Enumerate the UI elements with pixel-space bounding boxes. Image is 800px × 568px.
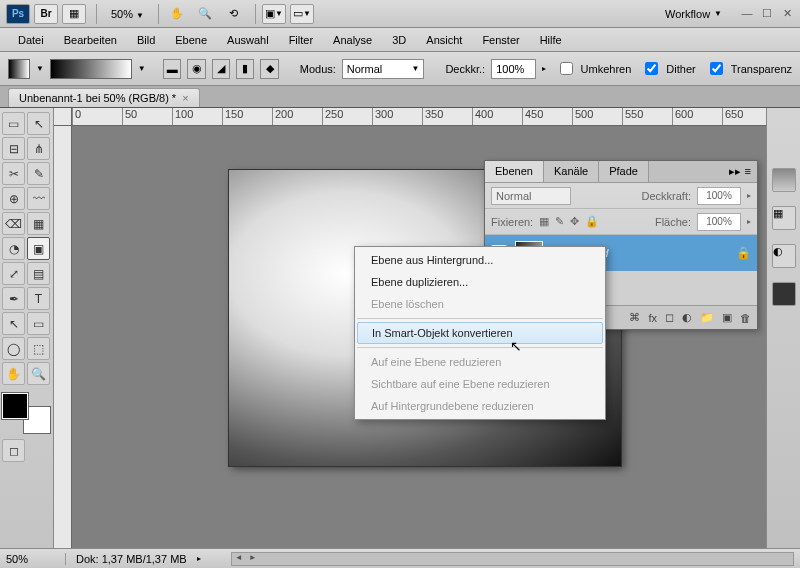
ctx-duplicate-layer[interactable]: Ebene duplizieren... [355, 271, 605, 293]
hand-tool-shortcut[interactable]: ✋ [165, 4, 189, 24]
lock-position-icon[interactable]: ✥ [570, 215, 579, 228]
tool-eyedropper[interactable]: ✎ [27, 162, 50, 185]
menu-ansicht[interactable]: Ansicht [416, 30, 472, 50]
layer-fill-input[interactable]: 100% [697, 213, 741, 231]
bridge-icon[interactable]: Br [34, 4, 58, 24]
tool-zoom[interactable]: 🔍 [27, 362, 50, 385]
lock-pixels-icon[interactable]: ✎ [555, 215, 564, 228]
tool-3d-camera[interactable]: ⬚ [27, 337, 50, 360]
tool-lasso[interactable]: ⊟ [2, 137, 25, 160]
close-button[interactable]: ✕ [780, 7, 794, 20]
lock-transparency-icon[interactable]: ▦ [539, 215, 549, 228]
dock-swatches-icon[interactable]: ▦ [772, 206, 796, 230]
dither-checkbox[interactable] [645, 62, 658, 75]
dither-label: Dither [666, 63, 695, 75]
tool-path-select[interactable]: ↖ [2, 312, 25, 335]
opacity-label: Deckkr.: [445, 63, 485, 75]
document-tab[interactable]: Unbenannt-1 bei 50% (RGB/8) * × [8, 88, 200, 107]
tool-shape[interactable]: ▭ [27, 312, 50, 335]
tool-gradient[interactable]: ▣ [27, 237, 50, 260]
tool-hand[interactable]: ✋ [2, 362, 25, 385]
workspace-switcher[interactable]: Workflow ▼ [657, 8, 730, 20]
layer-opacity-input[interactable]: 100% [697, 187, 741, 205]
link-layers-icon[interactable]: ⌘ [629, 311, 640, 324]
tool-preset-picker[interactable] [8, 59, 30, 79]
opacity-input[interactable]: 100% [491, 59, 535, 79]
ctx-layer-from-bg[interactable]: Ebene aus Hintergrund... [355, 249, 605, 271]
gradient-linear-icon[interactable]: ▬ [163, 59, 181, 79]
reverse-checkbox[interactable] [560, 62, 573, 75]
tab-ebenen[interactable]: Ebenen [485, 161, 544, 182]
screen-mode-icon[interactable]: ▭ ▼ [290, 4, 314, 24]
panel-collapse-icon[interactable]: ▸▸ [729, 165, 741, 178]
tool-blur[interactable]: ⤢ [2, 262, 25, 285]
tool-dodge[interactable]: ▤ [27, 262, 50, 285]
ruler-horizontal[interactable]: 050100150200250300350400450500550600650 [72, 108, 766, 126]
gradient-radial-icon[interactable]: ◉ [187, 59, 205, 79]
quick-mask-icon[interactable]: ◻ [2, 439, 25, 462]
menu-ebene[interactable]: Ebene [165, 30, 217, 50]
tool-history-brush[interactable]: ▦ [27, 212, 50, 235]
transparency-checkbox[interactable] [710, 62, 723, 75]
tool-marquee[interactable]: ↖ [27, 112, 50, 135]
minimize-button[interactable]: — [740, 7, 754, 20]
fill-label: Fläche: [655, 216, 691, 228]
group-icon[interactable]: 📁 [700, 311, 714, 324]
foreground-color-swatch[interactable] [2, 393, 28, 419]
tool-stamp[interactable]: ⌫ [2, 212, 25, 235]
rotate-view-shortcut[interactable]: ⟲ [221, 4, 245, 24]
arrange-docs-icon[interactable]: ▣ ▼ [262, 4, 286, 24]
gradient-diamond-icon[interactable]: ◆ [260, 59, 278, 79]
tab-close-icon[interactable]: × [182, 92, 188, 104]
menu-fenster[interactable]: Fenster [472, 30, 529, 50]
gradient-picker[interactable] [50, 59, 132, 79]
tool-pen[interactable]: ✒ [2, 287, 25, 310]
layer-style-icon[interactable]: fx [648, 312, 657, 324]
tab-kanaele[interactable]: Kanäle [544, 161, 599, 182]
tool-heal[interactable]: ⊕ [2, 187, 25, 210]
menu-datei[interactable]: Datei [8, 30, 54, 50]
dock-adjust-icon[interactable] [772, 282, 796, 306]
dock-styles-icon[interactable]: ◐ [772, 244, 796, 268]
status-zoom[interactable]: 50% [6, 553, 66, 565]
tool-eraser[interactable]: ◔ [2, 237, 25, 260]
menu-hilfe[interactable]: Hilfe [530, 30, 572, 50]
tool-brush[interactable]: 〰 [27, 187, 50, 210]
horizontal-scrollbar[interactable] [231, 552, 794, 566]
menu-bild[interactable]: Bild [127, 30, 165, 50]
status-menu-icon[interactable]: ▸ [197, 554, 201, 563]
zoom-tool-shortcut[interactable]: 🔍 [193, 4, 217, 24]
menu-filter[interactable]: Filter [279, 30, 323, 50]
panel-menu-icon[interactable]: ≡ [745, 165, 751, 178]
opacity-label: Deckkraft: [641, 190, 691, 202]
adjustment-layer-icon[interactable]: ◐ [682, 311, 692, 324]
ruler-origin[interactable] [54, 108, 72, 126]
layer-mask-icon[interactable]: ◻ [665, 311, 674, 324]
lock-all-icon[interactable]: 🔒 [585, 215, 599, 228]
maximize-button[interactable]: ☐ [760, 7, 774, 20]
dock-color-icon[interactable] [772, 168, 796, 192]
menu-bearbeiten[interactable]: Bearbeiten [54, 30, 127, 50]
blend-mode-dropdown[interactable]: Normal▼ [342, 59, 425, 79]
ctx-flatten: Auf Hintergrundebene reduzieren [355, 395, 605, 417]
gradient-reflected-icon[interactable]: ▮ [236, 59, 254, 79]
tool-type[interactable]: T [27, 287, 50, 310]
tool-crop[interactable]: ✂ [2, 162, 25, 185]
tool-move[interactable]: ▭ [2, 112, 25, 135]
zoom-dropdown[interactable]: 50% ▼ [103, 8, 152, 20]
menu-analyse[interactable]: Analyse [323, 30, 382, 50]
menu-3d[interactable]: 3D [382, 30, 416, 50]
ruler-vertical[interactable] [54, 126, 72, 548]
color-swatches[interactable] [2, 393, 50, 433]
ctx-convert-smart-object[interactable]: In Smart-Objekt konvertieren [357, 322, 603, 344]
tool-wand[interactable]: ⋔ [27, 137, 50, 160]
menu-auswahl[interactable]: Auswahl [217, 30, 279, 50]
miniview-icon[interactable]: ▦ [62, 4, 86, 24]
tab-pfade[interactable]: Pfade [599, 161, 649, 182]
delete-layer-icon[interactable]: 🗑 [740, 312, 751, 324]
new-layer-icon[interactable]: ▣ [722, 311, 732, 324]
gradient-angle-icon[interactable]: ◢ [212, 59, 230, 79]
layer-blend-dropdown[interactable]: Normal [491, 187, 571, 205]
ps-logo-icon[interactable]: Ps [6, 4, 30, 24]
tool-3d[interactable]: ◯ [2, 337, 25, 360]
